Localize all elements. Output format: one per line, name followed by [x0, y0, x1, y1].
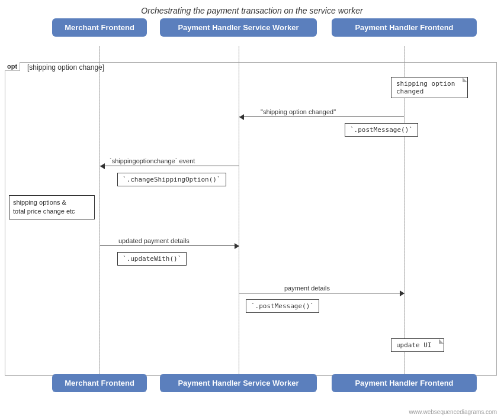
label-updated-payment-details: updated payment details [118, 237, 190, 244]
actor-payment-frontend-top: Payment Handler Frontend [332, 18, 477, 37]
note-shipping-option-changed: shipping option changed [391, 77, 468, 98]
arrow-updated-payment-details [100, 245, 239, 246]
label-shippingoptionchange: `shippingoptionchange` event [110, 157, 195, 164]
actor-payment-sw-bottom: Payment Handler Service Worker [160, 374, 317, 392]
note-update-ui: update UI [391, 338, 444, 352]
note-change-shipping: `.changeShippingOption()` [117, 173, 226, 186]
actor-merchant-bottom: Merchant Frontend [52, 374, 147, 392]
note-post-message-2: `.postMessage()` [246, 299, 319, 313]
actor-merchant-top: Merchant Frontend [52, 18, 147, 37]
opt-label: opt [5, 62, 20, 71]
diagram-title: Orchestrating the payment transaction on… [0, 0, 504, 18]
lifeline-payment-sw [239, 46, 239, 374]
arrow-payment-details [239, 293, 404, 293]
label-payment-details: payment details [284, 285, 330, 292]
actor-payment-frontend-bottom: Payment Handler Frontend [332, 374, 477, 392]
actor-payment-sw-top: Payment Handler Service Worker [160, 18, 317, 37]
watermark: www.websequencediagrams.com [409, 409, 497, 415]
note-post-message-1: `.postMessage()` [345, 123, 418, 137]
lifeline-merchant [99, 46, 100, 374]
label-shipping-option-changed: "shipping option changed" [261, 108, 336, 115]
diagram-container: Orchestrating the payment transaction on… [0, 0, 504, 420]
note-update-with: `.updateWith()` [117, 252, 187, 266]
arrow-shippingoptionchange [100, 166, 239, 166]
side-note-shipping-options: shipping options &total price change etc [9, 195, 95, 219]
opt-condition: [shipping option change] [24, 62, 108, 73]
arrow-shipping-option-changed [239, 117, 404, 117]
